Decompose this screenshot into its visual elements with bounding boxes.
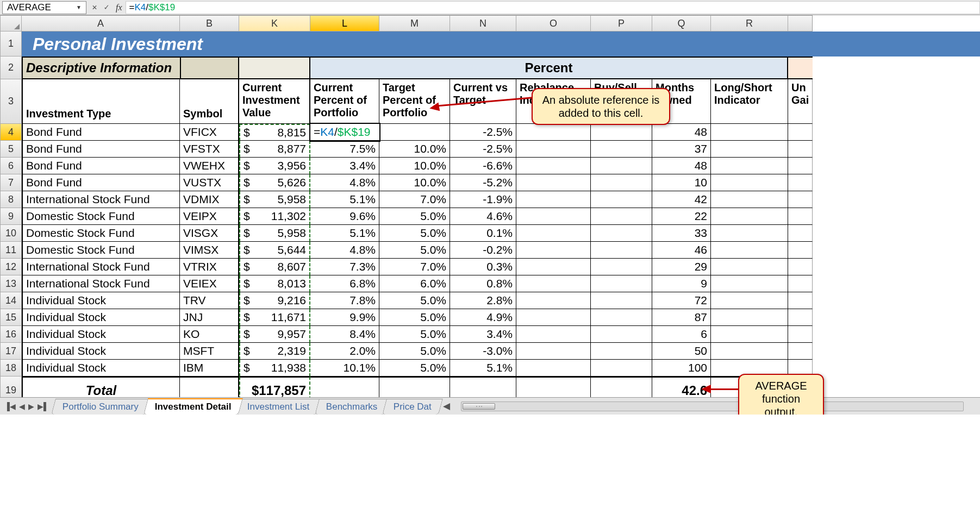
row-header-9[interactable]: 9 — [0, 208, 22, 225]
cell-K15[interactable]: $11,671 — [239, 309, 310, 326]
cell-R4[interactable] — [711, 124, 788, 141]
col-header-K[interactable]: K — [239, 15, 310, 32]
cell-P5[interactable] — [591, 141, 652, 158]
cell-A11[interactable]: Domestic Stock Fund — [22, 242, 180, 259]
cell-A10[interactable]: Domestic Stock Fund — [22, 225, 180, 242]
cell-O16[interactable] — [516, 326, 591, 343]
cell-P13[interactable] — [591, 275, 652, 292]
cell-P14[interactable] — [591, 292, 652, 309]
sheet-tab-price-dat[interactable]: Price Dat — [382, 399, 443, 415]
col-header-L[interactable]: L — [310, 15, 379, 32]
cell-B14[interactable]: TRV — [180, 292, 239, 309]
cell-R13[interactable] — [711, 275, 788, 292]
cell-K18[interactable]: $11,938 — [239, 360, 310, 377]
cell-B13[interactable]: VEIEX — [180, 275, 239, 292]
cell-A18[interactable]: Individual Stock — [22, 360, 180, 377]
cell-L8[interactable]: 5.1% — [310, 191, 379, 208]
cell-S10[interactable] — [788, 225, 813, 242]
hdr-investment-type[interactable]: Investment Type — [22, 79, 180, 124]
select-all-corner[interactable] — [0, 15, 22, 32]
scrollbar-thumb[interactable] — [463, 403, 495, 410]
cell-O6[interactable] — [516, 158, 591, 174]
cell-B15[interactable]: JNJ — [180, 309, 239, 326]
cell-L17[interactable]: 2.0% — [310, 343, 379, 360]
cell-P15[interactable] — [591, 309, 652, 326]
cell-Q11[interactable]: 46 — [652, 242, 711, 259]
cell-K11[interactable]: $5,644 — [239, 242, 310, 259]
row-header-6[interactable]: 6 — [0, 158, 22, 174]
cell-K12[interactable]: $8,607 — [239, 259, 310, 275]
cell-B12[interactable]: VTRIX — [180, 259, 239, 275]
cell-O8[interactable] — [516, 191, 591, 208]
cell-A17[interactable]: Individual Stock — [22, 343, 180, 360]
cancel-formula-button[interactable]: ✕ — [89, 2, 101, 12]
cell-O10[interactable] — [516, 225, 591, 242]
cell-S11[interactable] — [788, 242, 813, 259]
cell-K6[interactable]: $3,956 — [239, 158, 310, 174]
cell-Q18[interactable]: 100 — [652, 360, 711, 377]
cell-S7[interactable] — [788, 174, 813, 191]
cell-O11[interactable] — [516, 242, 591, 259]
cell-S4[interactable] — [788, 124, 813, 141]
cell-K5[interactable]: $8,877 — [239, 141, 310, 158]
chevron-down-icon[interactable]: ▼ — [76, 4, 82, 10]
cell-S17[interactable] — [788, 343, 813, 360]
sheet-tab-benchmarks[interactable]: Benchmarks — [315, 399, 389, 415]
cell-N10[interactable]: 0.1% — [450, 225, 516, 242]
row-header-2[interactable]: 2 — [0, 57, 22, 79]
cell-K9[interactable]: $11,302 — [239, 208, 310, 225]
cell-R7[interactable] — [711, 174, 788, 191]
row-header-11[interactable]: 11 — [0, 242, 22, 259]
cell-A15[interactable]: Individual Stock — [22, 309, 180, 326]
cell-P16[interactable] — [591, 326, 652, 343]
row-header-3[interactable]: 3 — [0, 79, 22, 124]
cell-M12[interactable]: 7.0% — [379, 259, 450, 275]
cell-K14[interactable]: $9,216 — [239, 292, 310, 309]
cell-S12[interactable] — [788, 259, 813, 275]
cell-K7[interactable]: $5,626 — [239, 174, 310, 191]
cell-L10[interactable]: 5.1% — [310, 225, 379, 242]
cell-R16[interactable] — [711, 326, 788, 343]
cell-P17[interactable] — [591, 343, 652, 360]
hdr-target-pct[interactable]: Target Percent of Portfolio — [379, 79, 450, 124]
hdr-partial[interactable]: Un Gai — [788, 79, 813, 124]
cell-S15[interactable] — [788, 309, 813, 326]
col-header-M[interactable]: M — [379, 15, 450, 32]
cell-L13[interactable]: 6.8% — [310, 275, 379, 292]
cell-R8[interactable] — [711, 191, 788, 208]
cell-L18[interactable]: 10.1% — [310, 360, 379, 377]
descriptive-info-header[interactable]: Descriptive Information — [22, 57, 180, 79]
row-header-17[interactable]: 17 — [0, 343, 22, 360]
horizontal-scrollbar[interactable] — [461, 401, 964, 411]
cell-P8[interactable] — [591, 191, 652, 208]
cell-A7[interactable]: Bond Fund — [22, 174, 180, 191]
cell-L6[interactable]: 3.4% — [310, 158, 379, 174]
cell-M13[interactable]: 6.0% — [379, 275, 450, 292]
sheet-tab-investment-detail[interactable]: Investment Detail — [143, 398, 243, 415]
cell-R15[interactable] — [711, 309, 788, 326]
cell-L16[interactable]: 8.4% — [310, 326, 379, 343]
cell-O5[interactable] — [516, 141, 591, 158]
cell-L14[interactable]: 7.8% — [310, 292, 379, 309]
cell-B4[interactable]: VFICX — [180, 124, 239, 141]
row-header-4[interactable]: 4 — [0, 124, 22, 141]
cell-O18[interactable] — [516, 360, 591, 377]
cell-A16[interactable]: Individual Stock — [22, 326, 180, 343]
cell-Q12[interactable]: 29 — [652, 259, 711, 275]
cell-M7[interactable]: 10.0% — [379, 174, 450, 191]
row-header-8[interactable]: 8 — [0, 191, 22, 208]
cell-N4[interactable]: -2.5% — [450, 124, 516, 141]
hdr-symbol[interactable]: Symbol — [180, 79, 239, 124]
cell-Q4[interactable]: 48 — [652, 124, 711, 141]
cell-S9[interactable] — [788, 208, 813, 225]
formula-input[interactable]: =K4/$K$19 — [126, 1, 980, 14]
cell-B10[interactable]: VISGX — [180, 225, 239, 242]
cell-L15[interactable]: 9.9% — [310, 309, 379, 326]
col-header-N[interactable]: N — [450, 15, 516, 32]
cell-A12[interactable]: International Stock Fund — [22, 259, 180, 275]
sheet-tab-investment-list[interactable]: Investment List — [236, 399, 321, 415]
row-header-15[interactable]: 15 — [0, 309, 22, 326]
tab-first-icon[interactable]: ▐◀ — [4, 402, 16, 411]
cell-K4[interactable]: $8,815 — [239, 124, 310, 141]
cell-O4[interactable] — [516, 124, 591, 141]
